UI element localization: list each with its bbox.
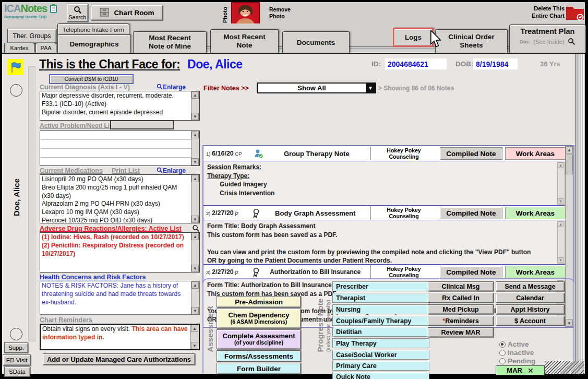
managed-care-button[interactable]: Add or Update Managed Care Authorization…	[43, 353, 195, 365]
work-areas-button[interactable]: Work Areas	[505, 266, 566, 278]
scroll-up-icon[interactable]: ▲	[191, 281, 199, 289]
patient-photo[interactable]	[231, 2, 260, 26]
progress-note-case-social-worker-button[interactable]: Case/Social Worker	[332, 350, 429, 360]
rx-called-in-button[interactable]: Rx Called In	[428, 293, 494, 303]
scroll-down-icon[interactable]: ▼	[191, 307, 199, 314]
chart-reminders-field[interactable]: Obtain vital signs on every visit. This …	[40, 324, 200, 350]
problem-list-field[interactable]: ▲▼	[40, 131, 200, 166]
tab-most-recent-note[interactable]: Most Recent Note	[210, 29, 279, 53]
tab-kardex[interactable]: Kardex	[4, 43, 34, 53]
sidebar-radio-top[interactable]	[10, 84, 22, 97]
supp-button[interactable]: Supp.	[4, 342, 28, 353]
progress-note-prescriber-button[interactable]: Prescriber	[332, 281, 429, 291]
appt-history-button[interactable]: Appt History	[496, 304, 565, 314]
scroll-down-icon[interactable]: ▼	[191, 113, 199, 120]
complete-assessment-button[interactable]: Complete Assessment (of your discipline)	[217, 329, 301, 349]
progress-note-nursing-button[interactable]: Nursing	[332, 304, 429, 314]
account-button[interactable]: $ Account	[496, 316, 565, 326]
scroll-down-icon[interactable]: ▼	[558, 257, 563, 263]
diagnosis-scrollbar[interactable]: ▲▼	[191, 91, 199, 120]
pre-admission-button[interactable]: Pre-Admission	[217, 296, 301, 307]
work-areas-button[interactable]: Work Areas	[505, 207, 566, 219]
review-mar-button[interactable]: Review MAR	[428, 327, 494, 337]
treatment-plan-search-icon[interactable]	[568, 38, 575, 45]
scroll-down-icon[interactable]: ▼	[191, 216, 199, 223]
radio-icon[interactable]	[499, 358, 506, 364]
ed-visit-button[interactable]: ED Visit	[3, 354, 31, 365]
scroll-up-icon[interactable]: ▲	[191, 91, 199, 99]
diagnosis-field[interactable]: Major depressive disorder, recurrent, mo…	[40, 91, 200, 121]
sidebar-radio-bottom[interactable]	[10, 328, 22, 340]
progress-note-quick-note-button[interactable]: Quick Note	[332, 372, 429, 379]
ther-groups-button[interactable]: Ther. Groups	[7, 29, 56, 43]
status-radio-pending[interactable]: Pending	[499, 356, 535, 365]
problem-list-input[interactable]	[110, 120, 174, 129]
tab-telephone-intake-form[interactable]: Telephone Intake Form	[57, 23, 129, 35]
progress-note-dietitian-button[interactable]: Dietitian	[332, 327, 429, 337]
medications-field[interactable]: Lisinopril 20 mg PO QAM (x30 days) Breo …	[40, 174, 200, 223]
progress-note-therapist-button[interactable]: Therapist	[332, 293, 429, 303]
radio-icon[interactable]	[499, 341, 506, 348]
adr-scrollbar[interactable]: ▲▼	[191, 233, 199, 272]
diagnosis-enlarge-link[interactable]: Enlarge	[157, 84, 186, 91]
scroll-up-icon[interactable]: ▲	[566, 146, 573, 153]
progress-note-play-therapy-button[interactable]: Play Therapy	[332, 338, 429, 348]
tab-most-recent-note-of-mine[interactable]: Most Recent Note of Mine	[133, 31, 207, 53]
note-row-header[interactable]: 1) 6/16/20 CP Group Therapy Note Hokey P…	[203, 146, 566, 161]
health-concerns-link[interactable]: Health Concerns and Risk Factors	[40, 274, 146, 281]
note-row-header[interactable]: 3) 2/27/20 jz Authorization to Bill Insu…	[203, 264, 566, 279]
scroll-up-icon[interactable]: ▲	[191, 175, 199, 182]
problem-list-scrollbar[interactable]: ▲▼	[191, 131, 199, 165]
scroll-down-icon[interactable]: ▼	[558, 198, 563, 204]
reminders-button[interactable]: *Reminders	[428, 316, 494, 326]
scroll-up-icon[interactable]: ▲	[191, 325, 198, 332]
compiled-note-button[interactable]: Compiled Note	[440, 147, 502, 160]
adr-field[interactable]: (1) Iodine: Hives, Rash (recorded on 10/…	[40, 232, 200, 273]
scrollbar-thumb[interactable]	[566, 155, 573, 174]
convert-dsm-button[interactable]: Convert DSM to ICD10	[50, 75, 133, 84]
filter-dropdown[interactable]: Show All ▼	[257, 82, 376, 93]
scroll-up-icon[interactable]: ▲	[191, 131, 199, 138]
scroll-down-icon[interactable]: ▼	[191, 342, 198, 349]
tab-demographics[interactable]: Demographics	[57, 34, 131, 53]
scroll-down-icon[interactable]: ▼	[191, 158, 199, 165]
work-areas-button[interactable]: Work Areas	[505, 147, 566, 160]
health-scrollbar[interactable]: ▲▼	[191, 281, 199, 314]
note-body[interactable]: Session Remarks: Therapy Type: Guided Im…	[203, 161, 566, 205]
tab-paa[interactable]: PAA	[35, 43, 56, 53]
remove-photo-button[interactable]: Remove Photo	[269, 6, 309, 20]
id-value-field[interactable]: 2004684621	[385, 58, 447, 69]
tab-documents[interactable]: Documents	[282, 31, 350, 53]
form-builder-button[interactable]: Form Builder	[217, 363, 301, 374]
forms-assessments-button[interactable]: Forms/Assessments	[217, 350, 301, 362]
send-a-message-button[interactable]: Send a Message	[496, 281, 565, 291]
dropdown-arrow-icon[interactable]: ▼	[366, 84, 375, 92]
health-concerns-field[interactable]: NOTES & RISK FACTORS: Jane has a history…	[40, 281, 200, 315]
dob-value-field[interactable]: 8/19/1984	[473, 58, 518, 69]
mar-button[interactable]: MAR ✕	[496, 365, 545, 375]
search-button[interactable]: Search	[67, 4, 88, 22]
scroll-down-icon[interactable]: ▼	[191, 265, 199, 272]
flag-button[interactable]	[7, 59, 23, 75]
tab-logs[interactable]: Logs	[393, 28, 434, 47]
note-body-scrollbar[interactable]: ▲▼	[557, 162, 565, 205]
sdata-button[interactable]: SData	[4, 366, 30, 377]
delete-chart-icon[interactable]	[565, 3, 585, 22]
clinical-msg-button[interactable]: Clinical Msg	[428, 281, 494, 291]
compiled-note-button[interactable]: Compiled Note	[440, 207, 502, 219]
adr-search-icon[interactable]	[192, 224, 200, 232]
delete-chart-label[interactable]: Delete This Entire Chart	[524, 5, 565, 20]
reminders-scrollbar[interactable]: ▲▼	[190, 325, 199, 349]
print-list-link[interactable]: Print List	[112, 167, 140, 174]
note-body[interactable]: Form Title: Body Graph Assessment This c…	[203, 220, 566, 264]
note-body-scrollbar[interactable]: ▲▼	[557, 221, 565, 264]
scroll-up-icon[interactable]: ▲	[558, 221, 563, 227]
note-row-header[interactable]: 2) 2/27/20 jz Body Graph Assessment Hoke…	[203, 205, 566, 220]
progress-note-couples-family-button[interactable]: Couples/Family Therapy	[332, 316, 429, 326]
compiled-note-button[interactable]: Compiled Note	[440, 266, 502, 278]
progress-note-primary-care-button[interactable]: Primary Care	[332, 361, 429, 371]
medications-scrollbar[interactable]: ▲▼	[191, 175, 199, 223]
scroll-up-icon[interactable]: ▲	[191, 233, 199, 240]
scroll-up-icon[interactable]: ▲	[558, 162, 563, 168]
med-pickup-button[interactable]: Med Pickup	[428, 304, 494, 314]
